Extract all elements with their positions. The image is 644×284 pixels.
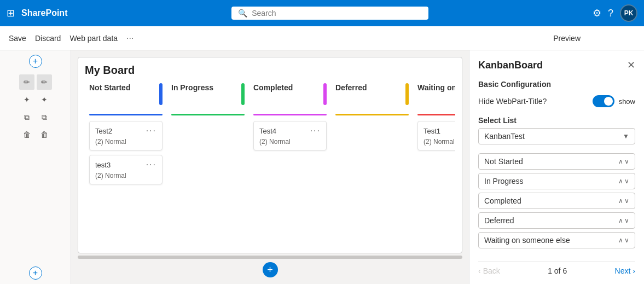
- left-panel: + ✏ ✦ ⧉ 🗑 ✏ ✦ ⧉ 🗑 +: [0, 50, 71, 284]
- col-underline-in-progress: [171, 114, 245, 115]
- tool-col-left: ✏ ✦ ⧉ 🗑: [19, 74, 34, 142]
- col-title-in-progress: In Progress: [171, 83, 239, 92]
- save-button[interactable]: Save: [9, 32, 26, 45]
- grid-icon[interactable]: ⊞: [7, 7, 15, 19]
- toggle-show-label: show: [619, 97, 635, 106]
- status-item-label: Waiting on someone else: [484, 236, 570, 245]
- delete-tool-button[interactable]: 🗑: [19, 127, 34, 142]
- status-item[interactable]: Waiting on someone else∧∨: [478, 232, 635, 248]
- preview-button[interactable]: Preview: [553, 34, 581, 43]
- card-meta: (2) Normal: [95, 138, 156, 146]
- card-title: test3: [95, 161, 111, 169]
- arrow-down-icon: ∨: [624, 217, 629, 224]
- status-item[interactable]: Deferred∧∨: [478, 212, 635, 229]
- arrow-down-icon: ∨: [624, 177, 629, 185]
- add-section-bottom-button[interactable]: +: [29, 266, 42, 280]
- status-arrows-icon[interactable]: ∧∨: [618, 236, 629, 244]
- panel-header: KanbanBoard ✕: [478, 59, 635, 71]
- close-button[interactable]: ✕: [627, 59, 635, 71]
- col-title-completed: Completed: [253, 83, 321, 92]
- section-title: Basic Configuration: [478, 80, 635, 89]
- search-input[interactable]: [252, 9, 422, 18]
- list-dropdown[interactable]: KanbanTest ▼: [478, 128, 635, 144]
- avatar[interactable]: PK: [620, 4, 637, 22]
- panel-title: KanbanBoard: [478, 60, 543, 71]
- hide-webpart-row: Hide WebPart-Title? show: [478, 95, 635, 107]
- page-info: 1 of 6: [548, 266, 567, 275]
- col-underline-completed: [253, 114, 327, 115]
- hide-webpart-toggle[interactable]: [593, 95, 614, 107]
- card-more-icon[interactable]: ···: [146, 160, 156, 170]
- card-meta: (2) Normal: [259, 138, 321, 146]
- move-tool2-button[interactable]: ✦: [37, 92, 52, 107]
- tool-col-right: ✏ ✦ ⧉ 🗑: [37, 74, 52, 142]
- status-item-label: Not Started: [484, 157, 523, 166]
- col-title-waiting: Waiting on ...: [417, 83, 455, 92]
- col-underline-not-started: [89, 114, 163, 115]
- edit-tool-button[interactable]: ✏: [19, 74, 34, 90]
- col-bar-in-progress: [241, 83, 245, 105]
- horizontal-scrollbar[interactable]: [78, 256, 462, 259]
- arrow-down-icon: ∨: [624, 158, 629, 165]
- status-arrows-icon[interactable]: ∧∨: [618, 197, 629, 205]
- col-title-not-started: Not Started: [89, 83, 157, 92]
- panel-tools: ✏ ✦ ⧉ 🗑 ✏ ✦ ⧉ 🗑: [17, 72, 54, 144]
- col-bar-completed: [323, 83, 327, 105]
- move-tool-button[interactable]: ✦: [19, 92, 34, 107]
- arrow-up-icon: ∧: [618, 236, 623, 244]
- card-more-icon[interactable]: ···: [146, 126, 156, 136]
- selected-list-value: KanbanTest: [484, 132, 525, 141]
- delete-tool2-button[interactable]: 🗑: [37, 127, 52, 142]
- copy-tool2-button[interactable]: ⧉: [37, 109, 52, 125]
- kanban-card: test3···(2) Normal: [89, 155, 163, 184]
- next-label: Next: [615, 266, 631, 275]
- chevron-down-icon: ▼: [623, 132, 629, 140]
- add-bottom-button[interactable]: +: [263, 262, 278, 277]
- kanban-col-not-started: Not StartedTest2···(2) Normaltest3···(2)…: [85, 83, 167, 189]
- chevron-left-icon: ‹: [478, 266, 481, 275]
- status-arrows-icon[interactable]: ∧∨: [618, 217, 629, 224]
- col-header-completed: Completed: [253, 83, 327, 107]
- back-button[interactable]: ‹ Back: [478, 266, 500, 275]
- arrow-up-icon: ∧: [618, 177, 623, 185]
- edit-tool2-button[interactable]: ✏: [37, 74, 52, 90]
- arrow-down-icon: ∨: [624, 197, 629, 205]
- status-item[interactable]: Completed∧∨: [478, 193, 635, 209]
- sub-toolbar: Save Discard Web part data ··· Preview: [0, 26, 644, 50]
- card-more-icon[interactable]: ···: [310, 126, 321, 136]
- next-button[interactable]: Next ›: [615, 266, 635, 275]
- card-header: Test1···: [423, 126, 455, 136]
- hide-webpart-label: Hide WebPart-Title?: [478, 97, 547, 106]
- select-list-label: Select List: [478, 116, 635, 125]
- chevron-right-icon: ›: [633, 266, 635, 275]
- kanban-col-deferred: Deferred: [331, 83, 413, 189]
- add-section-top-button[interactable]: +: [29, 55, 42, 68]
- status-item[interactable]: In Progress∧∨: [478, 173, 635, 189]
- card-header: test3···: [95, 160, 156, 170]
- card-header: Test2···: [95, 126, 156, 136]
- status-item[interactable]: Not Started∧∨: [478, 153, 635, 170]
- kanban-card: Test1···(2) Normal: [417, 121, 455, 150]
- toggle-container: show: [593, 95, 635, 107]
- toggle-knob: [604, 97, 613, 106]
- col-bar-not-started: [159, 83, 163, 105]
- kanban-card: Test4···(2) Normal: [253, 121, 327, 150]
- status-list: Not Started∧∨In Progress∧∨Completed∧∨Def…: [478, 153, 635, 248]
- status-arrows-icon[interactable]: ∧∨: [618, 158, 629, 165]
- col-header-waiting: Waiting on ...: [417, 83, 455, 107]
- status-arrows-icon[interactable]: ∧∨: [618, 177, 629, 185]
- card-meta: (2) Normal: [423, 138, 455, 146]
- settings-icon[interactable]: ⚙: [593, 7, 601, 19]
- kanban-col-waiting: Waiting on ...Test1···(2) Normal: [413, 83, 455, 189]
- col-header-in-progress: In Progress: [171, 83, 245, 107]
- discard-button[interactable]: Discard: [35, 32, 61, 45]
- app-title: SharePoint: [21, 8, 67, 18]
- copy-tool-button[interactable]: ⧉: [19, 109, 34, 125]
- webpart-data-button[interactable]: Web part data: [69, 32, 118, 45]
- status-item-label: Completed: [484, 196, 521, 205]
- help-icon[interactable]: ?: [608, 8, 613, 19]
- back-label: Back: [483, 266, 500, 275]
- col-underline-waiting: [417, 114, 455, 115]
- more-options-icon[interactable]: ···: [126, 33, 134, 43]
- kanban-col-completed: CompletedTest4···(2) Normal: [249, 83, 331, 189]
